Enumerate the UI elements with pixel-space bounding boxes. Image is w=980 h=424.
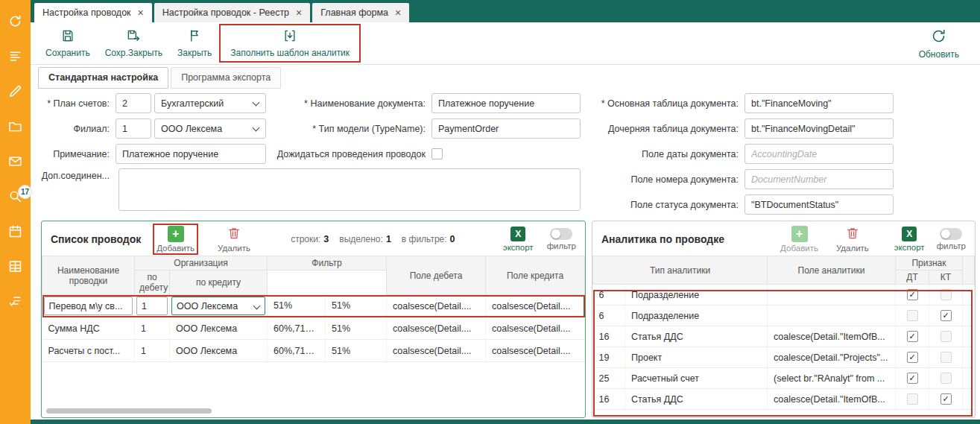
type-name-cell[interactable]: Проект (625, 347, 768, 368)
window-tab-postings-registry[interactable]: Настройка проводок - Реестр × (154, 3, 311, 22)
posting-name-cell[interactable]: Перевод м\у св... (42, 295, 135, 317)
delete-posting-button[interactable]: Удалить (218, 226, 250, 253)
type-code-cell[interactable]: 6 (593, 306, 625, 326)
col-header-kt[interactable]: КТ (929, 270, 963, 285)
table-row[interactable]: Сумма НДС 1 ООО Лексема 60%,71%... 51% c… (42, 317, 585, 340)
close-icon[interactable]: × (138, 7, 144, 18)
org-name-cell[interactable]: ООО Лексема (170, 340, 268, 362)
type-code-cell[interactable]: 16 (593, 326, 625, 347)
kt-checkbox[interactable] (941, 289, 952, 300)
pencil-icon[interactable] (7, 83, 23, 99)
export-postings-button[interactable]: X экспорт (503, 227, 534, 252)
dt-cell[interactable] (896, 306, 929, 326)
tab-standard-settings[interactable]: Стандартная настройка (38, 67, 168, 89)
debit-field-cell[interactable]: coalsesce(Detail.... (387, 317, 486, 340)
window-tab-main-form[interactable]: Главная форма × (312, 3, 409, 22)
dt-cell[interactable] (896, 389, 929, 410)
col-header-dt[interactable]: ДТ (896, 270, 929, 285)
type-name-cell[interactable]: Статья ДДС (625, 326, 768, 347)
kt-checkbox[interactable]: ✓ (941, 310, 952, 321)
field-cell[interactable]: coalesce(Detail."ItemOfB... (768, 389, 896, 410)
horizontal-scrollbar[interactable] (46, 408, 212, 414)
toggle-off-icon[interactable] (940, 228, 962, 240)
add-analytics-button[interactable]: + Добавить (780, 226, 818, 253)
close-icon[interactable]: × (296, 7, 302, 18)
sync-icon[interactable] (7, 13, 23, 29)
col-header-posting-name[interactable]: Наименование проводки (42, 256, 135, 295)
window-tab-postings-setup[interactable]: Настройка проводок × (34, 3, 152, 22)
col-header-sign-group[interactable]: Признак (896, 256, 963, 270)
dt-checkbox[interactable]: ✓ (907, 373, 918, 384)
date-field-input[interactable] (745, 144, 894, 164)
kt-checkbox[interactable]: ✓ (941, 393, 952, 405)
wait-posting-checkbox[interactable] (431, 148, 443, 159)
save-button[interactable]: Сохранить (38, 26, 98, 60)
col-header-by-credit[interactable]: по кредиту (170, 270, 268, 295)
plan-code-input[interactable] (116, 93, 151, 113)
kt-cell[interactable] (929, 285, 963, 306)
grid-icon[interactable] (7, 259, 23, 274)
col-header-filter-group[interactable]: Фильтр (268, 256, 387, 270)
kt-cell[interactable] (929, 368, 963, 389)
calendar-icon[interactable] (7, 224, 23, 239)
refresh-button[interactable]: Обновить (911, 25, 967, 62)
field-cell[interactable]: coalesce(Detail."Projects"... (768, 347, 896, 368)
posting-name-cell[interactable]: Сумма НДС (42, 317, 135, 340)
type-code-cell[interactable]: 6 (593, 285, 625, 306)
type-code-cell[interactable]: 19 (593, 347, 625, 368)
posting-name-cell[interactable]: Расчеты с пост... (42, 340, 135, 362)
doc-name-input[interactable] (431, 93, 581, 113)
table-row[interactable]: Расчеты с пост... 1 ООО Лексема 60%,71%.… (42, 340, 585, 362)
list-icon[interactable] (7, 48, 23, 64)
dt-cell[interactable]: ✓ (896, 347, 929, 368)
folder-icon[interactable] (7, 118, 23, 134)
org-select[interactable]: ООО Лексема (171, 297, 265, 315)
main-table-input[interactable] (745, 93, 894, 113)
kt-checkbox[interactable] (941, 352, 952, 363)
extra-join-textarea[interactable] (118, 168, 581, 211)
status-field-input[interactable] (745, 194, 894, 215)
dt-cell[interactable]: ✓ (896, 368, 929, 389)
number-field-input[interactable] (745, 169, 894, 189)
mail-icon[interactable] (7, 154, 23, 169)
type-name-input[interactable] (431, 118, 581, 139)
type-code-cell[interactable]: 16 (593, 389, 625, 410)
debit-field-cell[interactable]: coalsesce(Detail.... (387, 295, 486, 317)
save-close-button[interactable]: Сохр.Закрыть (98, 26, 170, 60)
field-cell[interactable] (768, 306, 896, 326)
close-icon[interactable]: × (395, 7, 401, 18)
credit-filter-cell[interactable]: 51% (326, 317, 387, 340)
col-header-credit-field[interactable]: Поле кредита (486, 256, 585, 295)
field-cell[interactable] (768, 285, 896, 306)
tab-export-program[interactable]: Программа экспорта (171, 67, 281, 89)
table-row[interactable]: 16 Статья ДДС coalesce(Detail."ItemOfB..… (593, 389, 975, 410)
col-header-debit-field[interactable]: Поле дебета (387, 256, 486, 295)
col-header-organization[interactable]: Организация (135, 256, 268, 270)
table-row[interactable]: 6 Подразделение ✓ (593, 306, 975, 326)
export-analytics-button[interactable]: X экспорт (894, 227, 925, 252)
dt-checkbox[interactable] (907, 310, 918, 321)
credit-filter-cell[interactable]: 51% (326, 340, 387, 362)
col-header-analytics-type[interactable]: Тип аналитики (593, 256, 768, 285)
type-name-cell[interactable]: Статья ДДС (625, 389, 768, 410)
branch-code-input[interactable] (116, 118, 151, 139)
debit-filter-cell[interactable]: 60%,71%... (268, 317, 326, 340)
kt-checkbox[interactable] (941, 331, 952, 342)
table-row[interactable]: 25 Расчетный счет (select br."RAnalyt" f… (593, 368, 975, 389)
org-code-cell[interactable]: 1 (135, 340, 170, 362)
kt-cell[interactable]: ✓ (929, 389, 963, 410)
dt-checkbox[interactable]: ✓ (907, 331, 918, 342)
org-name-cell[interactable]: ООО Лексема (170, 317, 268, 340)
dt-cell[interactable]: ✓ (896, 326, 929, 347)
type-name-cell[interactable]: Подразделение (625, 285, 768, 306)
col-header-analytics-field[interactable]: Поле аналитики (768, 256, 896, 285)
table-row[interactable]: 19 Проект coalesce(Detail."Projects"... … (593, 347, 975, 368)
table-row-selected[interactable]: Перевод м\у св... 1 ООО Лексема 51% 51% … (42, 295, 585, 317)
note-input[interactable] (116, 144, 266, 164)
org-code-cell[interactable]: 1 (135, 317, 170, 340)
dt-checkbox[interactable] (907, 393, 918, 405)
org-code-cell[interactable]: 1 (135, 295, 170, 317)
plan-select[interactable]: Бухгалтерский (154, 93, 266, 113)
debit-filter-cell[interactable]: 60%,71%... (268, 340, 326, 362)
debit-field-cell[interactable]: coalsesce(Detail.... (387, 340, 486, 362)
